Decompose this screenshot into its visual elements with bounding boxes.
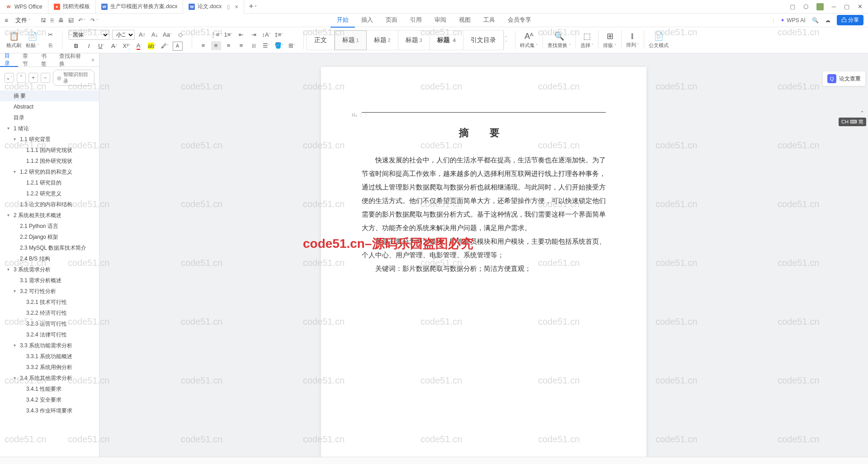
hamburger-icon[interactable]: ≡ bbox=[5, 17, 8, 24]
toc-item[interactable]: 3.2.3 运营可行性 bbox=[0, 318, 99, 329]
style-标题3[interactable]: 标题 3 bbox=[398, 30, 430, 50]
font-color-icon[interactable]: A bbox=[135, 42, 145, 51]
toc-item[interactable]: ▾3.4 系统其他需求分析 bbox=[0, 373, 99, 384]
toc-item[interactable]: ▾3.2 可行性分析 bbox=[0, 286, 99, 297]
underline-icon[interactable]: U bbox=[97, 42, 107, 51]
ribbon-tab-开始[interactable]: 开始 bbox=[330, 13, 355, 28]
highlight-icon[interactable]: ab bbox=[147, 42, 157, 51]
ribbon-样式集[interactable]: Aᴬ样式集 bbox=[518, 30, 540, 50]
style-gallery-more[interactable]: ˄˅ bbox=[505, 36, 512, 45]
ribbon-排列[interactable]: ⫿排列 bbox=[624, 30, 642, 50]
increase-font-icon[interactable]: A↑ bbox=[137, 30, 147, 39]
strikethrough-icon[interactable]: A̶ bbox=[109, 42, 119, 51]
phonetic-icon[interactable]: A bbox=[173, 42, 183, 51]
ribbon-tab-工具[interactable]: 工具 bbox=[477, 13, 501, 28]
toc-up-button[interactable]: ˄ bbox=[17, 73, 26, 83]
toc-expand-all-button[interactable]: ⌄ bbox=[5, 73, 14, 83]
window-restore-icon[interactable]: ▢ bbox=[790, 3, 795, 10]
style-正文[interactable]: 正文 bbox=[307, 30, 335, 50]
style-引文目录[interactable]: 引文目录 bbox=[463, 30, 504, 50]
clear-format-icon[interactable]: ◇ bbox=[175, 30, 185, 39]
toc-item[interactable]: 1.2.2 研究意义 bbox=[0, 188, 99, 199]
style-标题2[interactable]: 标题 2 bbox=[367, 30, 398, 50]
paste-button[interactable]: 📄粘贴 bbox=[24, 30, 41, 50]
ribbon-选择[interactable]: ⬚选择 bbox=[579, 30, 596, 50]
toc-item[interactable]: 3.4.2 安全要求 bbox=[0, 394, 99, 405]
bullets-icon[interactable]: ⋮≡ bbox=[211, 30, 221, 39]
toc-item[interactable]: ▾1.2 研究的目的和意义 bbox=[0, 166, 99, 177]
toc-item[interactable]: 摘 要 bbox=[0, 90, 99, 101]
ribbon-查找替换[interactable]: 🔍查找替换 bbox=[546, 30, 573, 50]
print-preview-icon[interactable]: 🗟 bbox=[68, 17, 74, 24]
toc-item[interactable]: 3.2.1 技术可行性 bbox=[0, 297, 99, 308]
ribbon-tab-页面[interactable]: 页面 bbox=[379, 13, 404, 28]
toc-item[interactable]: ▾1 绪论 bbox=[0, 123, 99, 134]
align-right-icon[interactable]: ≡ bbox=[224, 41, 234, 50]
search-icon[interactable]: 🔍 bbox=[812, 17, 819, 24]
bold-icon[interactable]: B bbox=[71, 42, 81, 51]
toc-item[interactable]: 2.3 MySQL 数据库技术简介 bbox=[0, 242, 99, 253]
wps-ai-button[interactable]: WPS AI bbox=[780, 17, 805, 24]
align-left-icon[interactable]: ≡ bbox=[198, 41, 208, 50]
font-size-select[interactable]: 小二 bbox=[112, 30, 135, 40]
side-tab-查找和替换[interactable]: 查找和替换 bbox=[55, 53, 87, 67]
sidebar-close-icon[interactable]: × bbox=[87, 57, 99, 63]
decrease-indent-icon[interactable]: ⇤ bbox=[236, 30, 246, 39]
heading-marker[interactable]: H₁ ⋮⋮ bbox=[352, 112, 368, 118]
new-tab-button[interactable]: +˅ bbox=[244, 2, 261, 11]
toc-item[interactable]: 目录 bbox=[0, 112, 99, 123]
toc-item[interactable]: 3.4.1 性能要求 bbox=[0, 384, 99, 394]
fill-color-icon[interactable]: 🪣 bbox=[274, 41, 284, 50]
toc-item[interactable]: 3.4.3 作业环境要求 bbox=[0, 405, 99, 416]
numbering-icon[interactable]: 1≡ bbox=[224, 30, 234, 39]
avatar-icon[interactable] bbox=[816, 3, 824, 10]
toc-item[interactable]: 3.2.4 法律可行性 bbox=[0, 329, 99, 340]
toc-item[interactable]: 3.3.1 系统功能概述 bbox=[0, 351, 99, 362]
close-icon[interactable]: ✕ bbox=[858, 3, 863, 10]
cut-icon[interactable]: ✂ bbox=[46, 30, 56, 39]
cloud-icon[interactable]: ☁ bbox=[825, 17, 830, 24]
ribbon-tab-审阅[interactable]: 审阅 bbox=[428, 13, 453, 28]
ribbon-tab-会员专享[interactable]: 会员专享 bbox=[501, 13, 538, 28]
toc-item[interactable]: 2.4 B/S 结构 bbox=[0, 253, 99, 264]
italic-icon[interactable]: I bbox=[84, 42, 94, 51]
toc-item[interactable]: ▾3.3 系统功能需求分析 bbox=[0, 340, 99, 351]
ribbon-tab-视图[interactable]: 视图 bbox=[453, 13, 477, 28]
tab-0[interactable]: WWPS Office bbox=[0, 0, 48, 14]
font-name-select[interactable]: 黑体 bbox=[69, 30, 109, 40]
ruler-toggle-icon[interactable]: ⌃ bbox=[860, 110, 864, 116]
save-icon[interactable]: 🖫 bbox=[41, 17, 46, 24]
smart-toc-button[interactable]: ◎ 智能识别目录 bbox=[53, 70, 95, 86]
export-icon[interactable]: ⎘ bbox=[51, 17, 54, 24]
decrease-font-icon[interactable]: A↓ bbox=[150, 30, 160, 39]
toc-item[interactable]: 3.1 需求分析概述 bbox=[0, 275, 99, 286]
toc-item[interactable]: 1.1.2 国外研究现状 bbox=[0, 156, 99, 166]
undo-button[interactable]: ↶ bbox=[78, 17, 86, 24]
toc-item[interactable]: 2.2 Django 框架 bbox=[0, 232, 99, 242]
tab-1[interactable]: ●找稻壳模板 bbox=[48, 0, 96, 14]
change-case-icon[interactable]: Aa bbox=[163, 30, 173, 39]
toc-item[interactable]: 1.2.1 研究目的 bbox=[0, 177, 99, 188]
maximize-icon[interactable]: ▢ bbox=[844, 3, 849, 10]
toc-item[interactable]: Abstract bbox=[0, 101, 99, 112]
ribbon-tab-插入[interactable]: 插入 bbox=[355, 13, 379, 28]
align-center-icon[interactable]: ≡ bbox=[211, 41, 221, 50]
side-tab-章节[interactable]: 章节 bbox=[18, 53, 36, 67]
copy-icon[interactable]: ⎘ bbox=[46, 41, 56, 50]
cube-icon[interactable]: ⬡ bbox=[803, 3, 808, 10]
redo-button[interactable]: ↷ bbox=[90, 17, 99, 24]
distribute-icon[interactable]: ⫼ bbox=[249, 41, 259, 50]
ribbon-排版[interactable]: ⊞排版 bbox=[601, 30, 618, 50]
ime-badge[interactable]: CH ⌨ 简 bbox=[839, 118, 866, 126]
columns-icon[interactable]: ☰ bbox=[262, 41, 272, 50]
tab-3[interactable]: W论文.docx▯× bbox=[183, 0, 244, 14]
justify-icon[interactable]: ≡ bbox=[236, 41, 246, 50]
file-menu[interactable]: 文件 bbox=[13, 16, 33, 24]
toc-item[interactable]: ▾2 系统相关技术概述 bbox=[0, 210, 99, 221]
style-标题1[interactable]: 标题 1 bbox=[335, 30, 367, 50]
toc-item[interactable]: 2.1 Python 语言 bbox=[0, 221, 99, 232]
tab-close-icon[interactable]: × bbox=[235, 3, 238, 10]
toc-item[interactable]: 1.3 论文的内容和结构 bbox=[0, 199, 99, 210]
line-spacing-icon[interactable]: ‡≡ bbox=[274, 30, 284, 39]
tab-split-icon[interactable]: ▯ bbox=[227, 4, 230, 10]
